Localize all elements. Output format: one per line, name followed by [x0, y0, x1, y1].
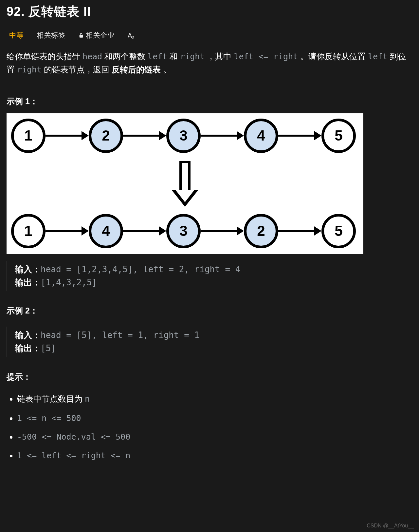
list-node: 4	[244, 119, 278, 153]
desc-code: left	[368, 52, 388, 61]
translate-icon[interactable]: Aᵪ	[128, 31, 134, 39]
input-value: head = [1,2,3,4,5], left = 2, right = 4	[41, 264, 240, 274]
list-node: 3	[166, 214, 201, 248]
list-node: 5	[321, 214, 356, 248]
output-label: 输出：	[15, 277, 41, 287]
arrow-icon	[201, 132, 244, 139]
input-label: 输入：	[15, 330, 41, 340]
desc-code: right	[17, 65, 42, 74]
arrow-icon	[123, 132, 166, 139]
arrow-icon	[123, 228, 166, 234]
output-value: [5]	[41, 343, 56, 353]
example2-input: 输入：head = [5], left = 1, right = 1	[15, 329, 412, 342]
arrow-icon	[278, 132, 321, 139]
example1-heading: 示例 1：	[7, 89, 412, 113]
list-node: 5	[321, 119, 356, 153]
hint-item: 链表中节点数目为 n	[17, 389, 412, 409]
desc-text: 和两个整数	[102, 52, 148, 61]
list-node: 2	[244, 214, 278, 248]
tab-bar: 中等 相关标签 相关企业 Aᵪ	[7, 28, 412, 50]
desc-text: 。请你反转从位置	[298, 52, 368, 61]
tab-related-companies[interactable]: 相关企业	[79, 30, 115, 40]
hints-section: 提示： 链表中节点数目为 n1 <= n <= 500-500 <= Node.…	[7, 365, 412, 465]
output-value: [1,4,3,2,5]	[41, 277, 97, 287]
tab-related-tags[interactable]: 相关标签	[37, 30, 65, 40]
hint-item: 1 <= n <= 500	[17, 409, 412, 428]
example1-output: 输出：[1,4,3,2,5]	[15, 276, 412, 289]
hints-heading: 提示：	[7, 365, 412, 389]
hint-code: 1 <= left <= right <= n	[17, 451, 130, 460]
tab-difficulty[interactable]: 中等	[9, 30, 24, 40]
diagram-row-after: 14325	[11, 214, 359, 248]
input-value: head = [5], left = 1, right = 1	[41, 330, 199, 340]
hint-item: -500 <= Node.val <= 500	[17, 428, 412, 446]
tab-related-companies-label: 相关企业	[86, 30, 115, 40]
example2-heading: 示例 2：	[7, 299, 412, 323]
arrow-icon	[46, 132, 89, 139]
input-label: 输入：	[15, 264, 41, 274]
arrow-icon	[46, 228, 89, 234]
desc-text: 和	[167, 52, 180, 61]
lock-icon	[79, 32, 84, 38]
arrow-icon	[278, 228, 321, 234]
example2-output: 输出：[5]	[15, 342, 412, 355]
list-node: 2	[89, 119, 123, 153]
desc-text: 给你单链表的头指针	[7, 52, 82, 61]
desc-code: left <= right	[234, 52, 298, 61]
desc-bold: 反转后的链表	[112, 65, 161, 74]
transform-arrow-icon	[11, 161, 359, 207]
example2-io: 输入：head = [5], left = 1, right = 1 输出：[5…	[7, 327, 412, 357]
list-node: 4	[89, 214, 123, 248]
diagram-row-before: 12345	[11, 119, 359, 153]
list-node: 3	[166, 119, 201, 153]
problem-description: 给你单链表的头指针 head 和两个整数 left 和 right ，其中 le…	[7, 50, 412, 89]
watermark: CSDN @__AtYou__	[367, 523, 414, 529]
desc-text: 。	[161, 65, 171, 74]
output-label: 输出：	[15, 343, 41, 353]
desc-text: ，其中	[205, 52, 234, 61]
hint-item: 1 <= left <= right <= n	[17, 446, 412, 465]
problem-title: 92. 反转链表 II	[7, 0, 412, 28]
desc-text: 的链表节点，返回	[42, 65, 112, 74]
hint-code: -500 <= Node.val <= 500	[17, 432, 130, 442]
example1-input: 输入：head = [1,2,3,4,5], left = 2, right =…	[15, 263, 412, 276]
example1-io: 输入：head = [1,2,3,4,5], left = 2, right =…	[7, 261, 412, 291]
hint-code: 1 <= n <= 500	[17, 413, 81, 423]
hint-code: n	[85, 394, 90, 404]
list-node: 1	[11, 119, 46, 153]
desc-code: left	[148, 52, 167, 61]
arrow-icon	[201, 228, 244, 234]
desc-code: right	[180, 52, 205, 61]
list-node: 1	[11, 214, 46, 248]
hints-list: 链表中节点数目为 n1 <= n <= 500-500 <= Node.val …	[7, 389, 412, 465]
example1-diagram: 12345 14325	[7, 113, 363, 254]
hint-text: 链表中节点数目为	[17, 394, 85, 403]
desc-code: head	[82, 52, 102, 61]
